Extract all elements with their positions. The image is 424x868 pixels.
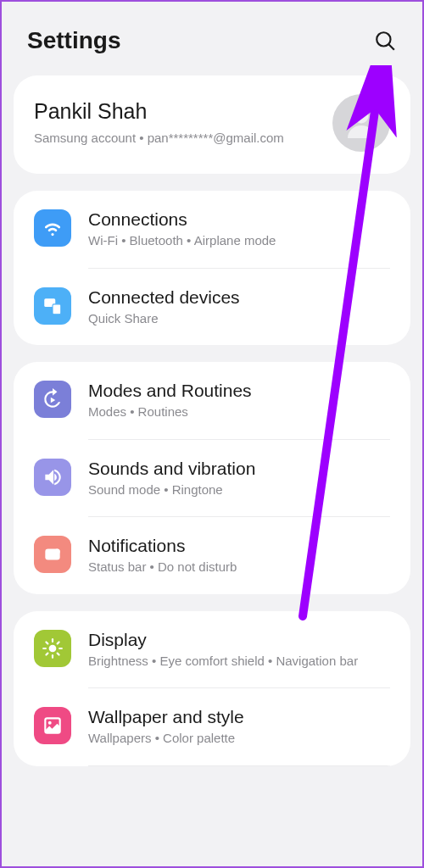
svg-point-7 — [49, 644, 57, 652]
item-modes-routines[interactable]: Modes and Routines Modes • Routines — [14, 362, 410, 439]
svg-point-17 — [48, 721, 52, 725]
item-sub: Wallpapers • Color palette — [88, 730, 390, 747]
item-sub: Quick Share — [88, 310, 390, 327]
svg-line-1 — [388, 44, 394, 50]
devices-icon — [34, 287, 71, 325]
item-wallpaper-style[interactable]: Wallpaper and style Wallpapers • Color p… — [14, 688, 410, 765]
item-title: Connections — [88, 209, 390, 230]
item-text: Sounds and vibration Sound mode • Ringto… — [88, 459, 390, 498]
account-name: Pankil Shah — [34, 99, 324, 124]
person-icon — [341, 103, 382, 143]
item-text: Notifications Status bar • Do not distur… — [88, 536, 390, 576]
svg-point-0 — [377, 32, 390, 46]
account-sub: Samsung account • pan*********@gmail.com — [34, 129, 324, 147]
svg-point-2 — [354, 109, 369, 124]
sound-icon — [34, 459, 71, 496]
svg-rect-4 — [53, 303, 61, 314]
page-title: Settings — [27, 27, 120, 54]
settings-group-3: Display Brightness • Eye comfort shield … — [14, 611, 410, 766]
item-title: Notifications — [88, 536, 390, 556]
item-title: Wallpaper and style — [88, 707, 390, 727]
item-text: Display Brightness • Eye comfort shield … — [88, 630, 390, 670]
item-sub: Wi-Fi • Bluetooth • Airplane mode — [88, 232, 390, 249]
search-icon — [374, 30, 396, 52]
display-icon — [34, 630, 71, 667]
item-title: Sounds and vibration — [88, 459, 390, 479]
item-notifications[interactable]: Notifications Status bar • Do not distur… — [14, 517, 410, 594]
account-text: Pankil Shah Samsung account • pan*******… — [34, 99, 324, 147]
item-sub: Modes • Routines — [88, 403, 390, 420]
header: Settings — [2, 2, 422, 75]
item-connections[interactable]: Connections Wi-Fi • Bluetooth • Airplane… — [14, 191, 410, 268]
svg-line-12 — [46, 642, 47, 643]
item-title: Connected devices — [88, 287, 390, 308]
item-display[interactable]: Display Brightness • Eye comfort shield … — [14, 611, 410, 688]
account-card[interactable]: Pankil Shah Samsung account • pan*******… — [14, 75, 410, 174]
item-title: Display — [88, 630, 390, 650]
wifi-icon — [34, 209, 71, 247]
item-sub: Brightness • Eye comfort shield • Naviga… — [88, 653, 390, 670]
item-text: Wallpaper and style Wallpapers • Color p… — [88, 707, 390, 747]
divider — [88, 765, 390, 766]
svg-line-14 — [46, 653, 47, 654]
wallpaper-icon — [34, 707, 71, 744]
avatar — [332, 94, 390, 152]
item-connected-devices[interactable]: Connected devices Quick Share — [14, 269, 410, 346]
item-text: Connections Wi-Fi • Bluetooth • Airplane… — [88, 209, 390, 249]
svg-line-13 — [58, 653, 59, 654]
item-sub: Status bar • Do not disturb — [88, 559, 390, 576]
item-text: Modes and Routines Modes • Routines — [88, 381, 390, 420]
item-sub: Sound mode • Ringtone — [88, 481, 390, 498]
item-sounds-vibration[interactable]: Sounds and vibration Sound mode • Ringto… — [14, 440, 410, 517]
svg-line-15 — [58, 642, 59, 643]
settings-group-2: Modes and Routines Modes • Routines Soun… — [14, 362, 410, 594]
search-button[interactable] — [373, 29, 397, 53]
settings-group-1: Connections Wi-Fi • Bluetooth • Airplane… — [14, 191, 410, 345]
routines-icon — [34, 381, 71, 418]
notifications-icon — [34, 536, 71, 573]
item-title: Modes and Routines — [88, 381, 390, 401]
svg-point-6 — [54, 549, 60, 555]
item-text: Connected devices Quick Share — [88, 287, 390, 327]
